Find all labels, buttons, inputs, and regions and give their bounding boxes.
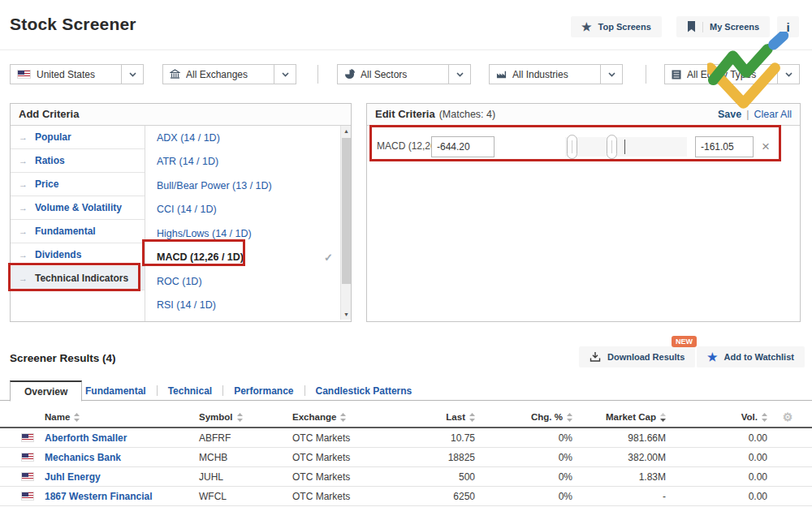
download-results-label: Download Results: [607, 352, 685, 362]
equity-types-filter-select[interactable]: All Equity Types: [664, 64, 800, 84]
category-dividends[interactable]: →Dividends: [11, 243, 145, 267]
stock-name-link[interactable]: Aberforth Smaller: [34, 432, 188, 444]
stock-name-link[interactable]: Mechanics Bank: [34, 452, 188, 463]
arrow-right-icon: →: [19, 250, 28, 260]
us-flag-icon: [21, 453, 34, 462]
page-title: Stock Screener: [10, 15, 136, 34]
table-row[interactable]: Aberforth Smaller ABFRF OTC Markets 10.7…: [0, 428, 812, 448]
tab-separator: [304, 385, 305, 396]
symbol-cell: JUHL: [188, 471, 282, 483]
chg-cell: 0%: [481, 491, 578, 502]
column-header-vol[interactable]: Vol.: [672, 412, 773, 422]
indicator-rsi[interactable]: RSI (14 / 1D): [145, 294, 351, 318]
slider-handle-max[interactable]: [607, 135, 617, 159]
category-fundamental[interactable]: →Fundamental: [11, 220, 145, 243]
macd-min-input[interactable]: [431, 136, 495, 157]
arrow-right-icon: →: [19, 203, 28, 213]
tab-performance[interactable]: Performance: [234, 385, 293, 397]
us-flag-icon: [21, 472, 34, 481]
column-header-market-cap[interactable]: Market Cap: [578, 412, 672, 422]
table-row[interactable]: Mechanics Bank MCHB OTC Markets 18825 0%…: [0, 448, 812, 467]
category-technical-indicators[interactable]: →Technical Indicators: [11, 267, 145, 290]
filter-divider: [646, 65, 646, 84]
indicator-cci[interactable]: CCI (14 / 1D): [145, 198, 351, 222]
tab-technical[interactable]: Technical: [168, 385, 212, 397]
column-header-chg[interactable]: Chg. %: [481, 412, 578, 422]
tab-fundamental[interactable]: Fundamental: [85, 385, 146, 397]
scrollbar-thumb[interactable]: [342, 138, 351, 284]
star-icon: ★: [581, 21, 592, 32]
indicator-atr[interactable]: ATR (14 / 1D): [145, 150, 351, 174]
indicator-roc[interactable]: ROC (1D): [145, 269, 351, 294]
edit-criteria-body: MACD (12,26 / 1D) ×: [367, 126, 800, 321]
stock-name-link[interactable]: 1867 Western Financial: [34, 491, 188, 502]
indicator-macd[interactable]: MACD (12,26 / 1D)✓: [145, 246, 351, 270]
vol-cell: 0.00: [672, 471, 773, 483]
macd-max-input[interactable]: [695, 136, 754, 157]
chg-cell: 0%: [481, 452, 578, 463]
chg-cell: 0%: [481, 471, 578, 483]
exchange-cell: OTC Markets: [282, 491, 404, 502]
indicator-stoch[interactable]: STOCH (14 / 1D): [145, 317, 351, 321]
top-screens-label: Top Screens: [598, 22, 651, 32]
indicator-highs-lows[interactable]: Highs/Lows (14 / 1D): [145, 221, 351, 246]
scroll-down-icon[interactable]: ▼: [341, 309, 352, 320]
add-to-watchlist-button[interactable]: ★ Add to Watchlist: [697, 346, 805, 367]
table-row[interactable]: 1867 Western Financial WFCL OTC Markets …: [0, 487, 812, 506]
download-results-button[interactable]: Download Results: [579, 346, 695, 367]
column-header-symbol[interactable]: Symbol: [188, 412, 282, 422]
tab-separator: [157, 385, 158, 396]
column-header-exchange[interactable]: Exchange: [282, 412, 404, 422]
table-settings-gear-icon[interactable]: ⚙: [773, 410, 802, 423]
table-row[interactable]: Juhl Energy JUHL OTC Markets 500 0% 1.83…: [0, 467, 812, 487]
us-flag-icon: [21, 492, 34, 501]
matches-count: (Matches: 4): [439, 104, 495, 125]
top-screens-button[interactable]: ★ Top Screens: [571, 16, 662, 37]
stock-name-link[interactable]: Juhl Energy: [34, 471, 188, 483]
category-volume-volatility[interactable]: →Volume & Volatility: [11, 196, 145, 220]
star-icon: ★: [707, 351, 718, 363]
category-price[interactable]: →Price: [11, 173, 145, 196]
column-header-last[interactable]: Last: [404, 412, 481, 422]
my-screens-button[interactable]: My Screens: [676, 16, 770, 37]
symbol-cell: WFCL: [188, 491, 282, 502]
scroll-up-icon[interactable]: ▲: [341, 126, 352, 136]
list-icon: [672, 70, 681, 80]
chevron-down-icon: [274, 65, 296, 84]
last-cell: 6250: [404, 491, 481, 502]
country-filter-select[interactable]: United States: [10, 64, 144, 84]
indicator-list: ADX (14 / 1D) ATR (14 / 1D) Bull/Bear Po…: [145, 126, 351, 321]
save-button[interactable]: Save: [718, 104, 741, 125]
tab-candlestick-patterns[interactable]: Candlestick Patterns: [316, 385, 412, 397]
slider-zero-marker: [624, 140, 625, 154]
exchanges-filter-select[interactable]: All Exchanges: [162, 64, 296, 84]
country-filter-value: United States: [37, 69, 121, 80]
vol-cell: 0.00: [672, 491, 773, 502]
indicator-adx[interactable]: ADX (14 / 1D): [145, 126, 351, 150]
indicator-list-scrollbar[interactable]: ▲ ▼: [340, 126, 351, 320]
info-button[interactable]: i: [777, 16, 799, 37]
remove-criterion-button[interactable]: ×: [755, 136, 776, 157]
category-popular[interactable]: →Popular: [11, 126, 145, 149]
sectors-filter-select[interactable]: All Sectors: [337, 64, 471, 84]
my-screens-label: My Screens: [710, 22, 759, 32]
range-slider-track[interactable]: [565, 137, 687, 157]
criteria-category-list: →Popular →Ratios →Price →Volume & Volati…: [11, 126, 145, 321]
filter-divider: [317, 65, 318, 84]
chevron-down-icon: [777, 65, 799, 84]
industries-filter-select[interactable]: All Industries: [489, 64, 623, 84]
category-ratios[interactable]: →Ratios: [11, 149, 145, 173]
arrow-right-icon: →: [19, 179, 28, 189]
column-header-name[interactable]: Name: [34, 412, 188, 422]
us-flag-icon: [17, 70, 31, 79]
sort-icon: [469, 413, 475, 422]
clear-all-button[interactable]: Clear All: [754, 104, 792, 125]
edit-criteria-title: Edit Criteria: [375, 104, 435, 125]
info-icon: i: [786, 20, 789, 34]
results-table: Name Symbol Exchange Last Chg. % Market …: [0, 407, 812, 506]
market-cap-cell: 1.83M: [578, 471, 672, 483]
slider-handle-min[interactable]: [567, 135, 577, 159]
tab-overview[interactable]: Overview: [10, 380, 82, 402]
bookmark-icon: [687, 21, 696, 32]
indicator-bull-bear-power[interactable]: Bull/Bear Power (13 / 1D): [145, 174, 351, 198]
